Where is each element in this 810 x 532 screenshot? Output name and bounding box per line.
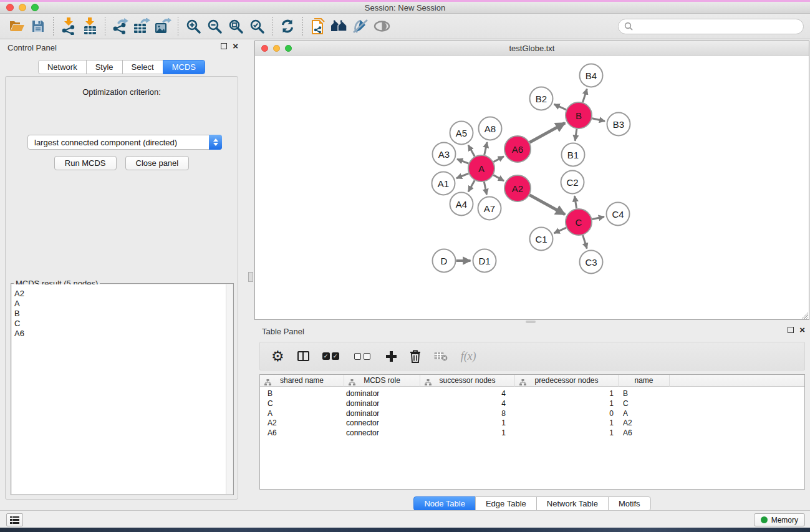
- table-cell[interactable]: dominator: [344, 409, 420, 419]
- table-cell[interactable]: C: [260, 399, 344, 409]
- graph-node-B2[interactable]: B2: [530, 87, 553, 110]
- graph-edge-C-C4[interactable]: [592, 217, 604, 220]
- zoom-in-button[interactable]: [183, 16, 204, 36]
- show-hide-button[interactable]: [371, 16, 392, 36]
- search-text-field[interactable]: [636, 22, 798, 31]
- graph-node-C2[interactable]: C2: [561, 171, 584, 194]
- resize-grip-icon[interactable]: [800, 311, 808, 319]
- memory-button[interactable]: Memory: [754, 513, 805, 526]
- column-header-name[interactable]: name: [619, 375, 670, 387]
- graph-node-B1[interactable]: B1: [562, 143, 585, 167]
- table-cell[interactable]: 1: [515, 389, 619, 399]
- graph-edge-A6-B[interactable]: [529, 123, 565, 142]
- zoom-fit-button[interactable]: [225, 16, 246, 36]
- mcds-result-item[interactable]: A6: [12, 329, 233, 339]
- add-column-button[interactable]: [386, 347, 397, 365]
- run-mcds-button[interactable]: Run MCDS: [54, 156, 117, 170]
- table-cell[interactable]: A6: [619, 428, 670, 438]
- tab-style[interactable]: Style: [86, 60, 123, 74]
- table-cell[interactable]: 4: [420, 389, 515, 399]
- save-session-button[interactable]: [27, 16, 49, 36]
- style-pen-button[interactable]: [350, 16, 371, 36]
- table-row[interactable]: Adominator80A: [260, 409, 804, 419]
- graph-node-A5[interactable]: A5: [450, 122, 473, 145]
- zoom-selected-button[interactable]: [246, 16, 268, 36]
- export-image-button[interactable]: [152, 16, 173, 36]
- graph-node-B4[interactable]: B4: [580, 64, 603, 87]
- table-cell[interactable]: A2: [619, 418, 670, 428]
- graph-node-A7[interactable]: A7: [478, 197, 501, 220]
- table-row[interactable]: Bdominator41B: [260, 389, 804, 399]
- export-table-button[interactable]: [131, 16, 152, 36]
- graph-node-C1[interactable]: C1: [530, 228, 553, 251]
- deselect-all-columns-button[interactable]: [354, 347, 373, 365]
- tab-edge-table[interactable]: Edge Table: [475, 496, 537, 511]
- table-cell[interactable]: 1: [515, 418, 619, 428]
- table-cell[interactable]: connector: [344, 418, 420, 428]
- mcds-result-item[interactable]: A2: [12, 289, 233, 299]
- graph-edge-C-C3[interactable]: [583, 235, 587, 249]
- import-network-button[interactable]: [58, 16, 79, 36]
- table-row[interactable]: Cdominator41C: [260, 399, 804, 409]
- graph-node-A[interactable]: A: [468, 155, 494, 181]
- table-cell[interactable]: A2: [260, 418, 344, 428]
- graph-edge-A-A6[interactable]: [493, 157, 504, 162]
- tab-motifs[interactable]: Motifs: [608, 496, 651, 511]
- new-session-from-network-button[interactable]: [307, 16, 329, 36]
- graph-edge-B-B2[interactable]: [554, 104, 566, 110]
- graph-node-A1[interactable]: A1: [432, 172, 455, 195]
- mcds-result-item[interactable]: C: [12, 319, 233, 329]
- select-all-columns-button[interactable]: ✓✓: [322, 347, 341, 365]
- table-cell[interactable]: B: [619, 389, 670, 399]
- function-builder-button[interactable]: f(x): [461, 347, 476, 365]
- table-cell[interactable]: B: [260, 389, 344, 399]
- float-table-panel-icon[interactable]: [788, 327, 794, 333]
- zoom-out-button[interactable]: [204, 16, 225, 36]
- graph-node-C4[interactable]: C4: [607, 203, 630, 226]
- tab-mcds[interactable]: MCDS: [163, 60, 205, 74]
- table-cell[interactable]: 1: [420, 418, 515, 428]
- graph-node-D[interactable]: D: [433, 249, 456, 273]
- float-panel-icon[interactable]: [221, 43, 227, 49]
- close-table-panel-icon[interactable]: ×: [799, 327, 805, 333]
- tab-network[interactable]: Network: [38, 60, 87, 74]
- tab-node-table[interactable]: Node Table: [413, 496, 476, 511]
- column-header-shared-name[interactable]: shared name: [260, 375, 344, 387]
- graph-edge-A-A4[interactable]: [468, 180, 475, 191]
- show-column-button[interactable]: [297, 347, 309, 365]
- table-cell[interactable]: A: [619, 409, 670, 419]
- graph-node-C[interactable]: C: [566, 209, 592, 235]
- graph-node-B[interactable]: B: [566, 102, 592, 128]
- close-panel-button[interactable]: Close panel: [125, 156, 190, 170]
- table-cell[interactable]: dominator: [344, 389, 420, 399]
- table-cell[interactable]: C: [619, 399, 670, 409]
- open-session-button[interactable]: [6, 16, 27, 36]
- graph-edge-A-A8[interactable]: [485, 142, 487, 155]
- table-cell[interactable]: connector: [344, 428, 420, 438]
- mcds-list-scrollbar[interactable]: [226, 284, 233, 494]
- network-canvas[interactable]: B4B2BB3A8A5A6A3B1AC2A1A2A4A7C4CC1C3DD1: [255, 56, 809, 319]
- graph-edge-A-A1[interactable]: [456, 173, 469, 178]
- graph-edge-A-A7[interactable]: [484, 182, 486, 195]
- graph-node-A2[interactable]: A2: [504, 175, 531, 201]
- optimization-criterion-dropdown[interactable]: largest connected component (directed): [27, 135, 222, 150]
- import-table-button[interactable]: [79, 16, 100, 36]
- table-cell[interactable]: A: [260, 409, 344, 419]
- tab-network-table[interactable]: Network Table: [536, 496, 609, 511]
- apply-layout-button[interactable]: [277, 16, 298, 36]
- table-row[interactable]: A6connector11A6: [260, 428, 804, 438]
- table-cell[interactable]: 1: [420, 428, 515, 438]
- export-network-button[interactable]: [110, 16, 131, 36]
- table-cell[interactable]: 0: [515, 409, 619, 419]
- graph-node-A8[interactable]: A8: [479, 117, 502, 140]
- mcds-result-item[interactable]: B: [12, 309, 233, 319]
- table-cell[interactable]: 8: [420, 409, 515, 419]
- column-header-successor-nodes[interactable]: successor nodes: [420, 375, 515, 387]
- delete-column-button[interactable]: [410, 347, 421, 365]
- graph-node-C3[interactable]: C3: [580, 251, 603, 274]
- graph-edge-A-A5[interactable]: [468, 145, 475, 157]
- task-history-button[interactable]: [6, 513, 23, 526]
- graph-node-A3[interactable]: A3: [433, 143, 456, 166]
- graph-node-B3[interactable]: B3: [607, 113, 630, 136]
- graph-node-A6[interactable]: A6: [504, 136, 531, 162]
